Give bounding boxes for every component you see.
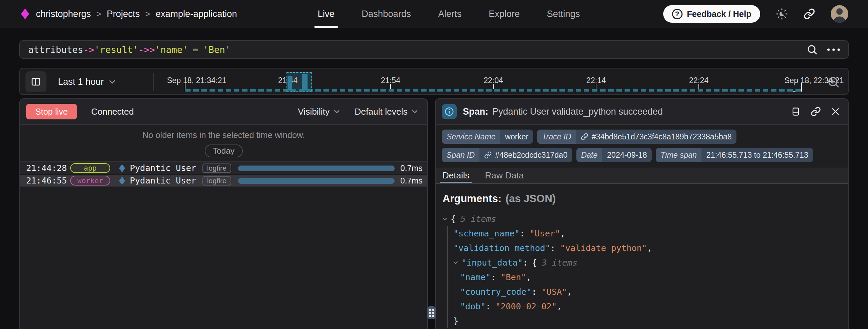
breadcrumb-org[interactable]: christophergs xyxy=(36,9,91,19)
json-key: "schema_name" xyxy=(453,229,520,238)
nav-tab-settings[interactable]: Settings xyxy=(546,0,581,28)
json-comma: , xyxy=(557,302,562,311)
json-value: "Ben" xyxy=(500,272,526,282)
visibility-dropdown[interactable]: Visibility xyxy=(298,107,339,117)
json-key: "input_data" xyxy=(461,258,523,268)
connection-status: Connected xyxy=(91,107,134,117)
info-icon xyxy=(444,107,454,117)
timebar: Last 1 hour Sep 18, 21:34:21 21:44 21:54… xyxy=(19,68,849,95)
feedback-help-button[interactable]: ? Feedback / Help xyxy=(663,5,760,23)
collapse-caret-icon[interactable] xyxy=(442,217,451,220)
open-in-panel-button[interactable] xyxy=(791,107,801,116)
json-level-1: "schema_name":"User", "validation_method… xyxy=(447,226,848,328)
stop-live-button[interactable]: Stop live xyxy=(26,104,77,119)
help-icon: ? xyxy=(672,9,683,19)
feedback-help-label: Feedback / Help xyxy=(687,9,751,19)
breadcrumb-project[interactable]: example-application xyxy=(156,9,237,19)
chip-date: Date 2024-09-18 xyxy=(576,148,652,162)
time-range-select[interactable]: Last 1 hour xyxy=(58,69,115,95)
chip-trace-id: Trace ID #34bd8e51d73c3f4c8a189b72338a5b… xyxy=(537,130,736,144)
breadcrumb-projects[interactable]: Projects xyxy=(107,9,140,19)
close-button[interactable] xyxy=(831,107,840,116)
breadcrumb-separator: > xyxy=(96,9,101,19)
link-icon[interactable] xyxy=(581,133,588,140)
chip-value-text: #48eb2cdcdc317da0 xyxy=(495,151,568,160)
span-detail-panel: Span: Pydantic User validate_python succ… xyxy=(435,98,849,329)
live-panel-header: Stop live Connected Visibility Default l… xyxy=(20,99,427,125)
user-avatar[interactable] xyxy=(831,5,848,23)
panel-icon xyxy=(791,107,801,116)
json-line: "dob":"2000-02-02", xyxy=(460,299,848,314)
chip-label: Trace ID xyxy=(537,130,576,144)
json-line: "input_data":{3 items xyxy=(453,255,848,270)
json-colon: : xyxy=(520,229,525,238)
span-attribute-chips: Service Name worker Trace ID #34bd8e51d7… xyxy=(436,125,848,162)
json-key: "name" xyxy=(460,272,491,282)
close-icon xyxy=(831,107,840,116)
live-panel-controls: Visibility Default levels xyxy=(298,107,418,117)
query-operator: -> xyxy=(83,44,95,55)
zoom-in-button[interactable] xyxy=(827,76,840,89)
copy-link-button[interactable] xyxy=(811,107,821,117)
today-button[interactable]: Today xyxy=(204,144,242,157)
timeline-tick xyxy=(390,84,391,89)
tab-details[interactable]: Details xyxy=(442,168,469,183)
logfire-logo-icon[interactable] xyxy=(21,8,29,19)
chip-value: 21:46:55.713 to 21:46:55.713 xyxy=(702,148,813,162)
query-equals: = xyxy=(193,44,198,55)
more-options-button[interactable] xyxy=(827,49,840,51)
tab-raw-data[interactable]: Raw Data xyxy=(485,168,524,183)
default-levels-dropdown[interactable]: Default levels xyxy=(355,107,418,117)
chevron-down-icon xyxy=(109,80,115,84)
default-levels-label: Default levels xyxy=(355,107,408,117)
json-comma: , xyxy=(526,272,531,282)
json-colon: : xyxy=(523,258,528,268)
json-line: "validation_method":"validate_python", xyxy=(453,241,848,255)
time-range-label: Last 1 hour xyxy=(58,77,104,87)
panel-resize-handle[interactable] xyxy=(427,306,436,319)
sidebar-toggle-button[interactable] xyxy=(25,71,46,92)
log-row-selected[interactable]: 21:46:55 worker Pydantic User logfire 0.… xyxy=(20,175,427,187)
row-span-name: Pydantic User xyxy=(130,163,196,173)
sun-moon-icon xyxy=(776,8,788,20)
nav-tab-dashboards[interactable]: Dashboards xyxy=(361,0,412,28)
nav-tab-live[interactable]: Live xyxy=(317,0,335,28)
json-item-count: 3 items xyxy=(542,258,577,268)
share-link-button[interactable] xyxy=(804,8,815,20)
span-detail-actions xyxy=(791,107,840,117)
theme-toggle-button[interactable] xyxy=(776,8,788,20)
json-key: "validation_method" xyxy=(453,243,550,253)
row-tag-badge: worker xyxy=(70,176,110,186)
span-title: Pydantic User validate_python succeeded xyxy=(492,107,663,117)
row-scope-badge: logfire xyxy=(202,163,231,173)
chevron-down-icon xyxy=(334,110,340,113)
query-bar[interactable]: attributes->'result'->>'name'='Ben' xyxy=(19,40,849,59)
histogram-bar xyxy=(302,74,308,91)
query-string: 'result' xyxy=(94,44,138,55)
chip-span-id: Span ID #48eb2cdcdc317da0 xyxy=(442,148,572,162)
span-diamond-icon xyxy=(119,164,125,172)
timeline-tick-label: Sep 18, 21:34:21 xyxy=(167,76,226,85)
log-row[interactable]: 21:44:28 app Pydantic User logfire 0.7ms xyxy=(20,162,427,175)
nav-tab-alerts[interactable]: Alerts xyxy=(437,0,462,28)
info-badge xyxy=(442,104,457,119)
empty-state: No older items in the selected time wind… xyxy=(20,125,427,162)
row-duration: 0.7ms xyxy=(400,176,422,186)
search-icon xyxy=(806,44,818,55)
link-icon[interactable] xyxy=(484,151,492,159)
json-colon: : xyxy=(486,302,491,311)
timeline-selection[interactable] xyxy=(287,72,312,92)
span-kind-label: Span: xyxy=(463,107,488,117)
chevron-down-icon xyxy=(412,110,418,113)
chip-value: #34bd8e51d73c3f4c8a189b72338a5ba8 xyxy=(576,130,736,144)
columns-icon xyxy=(31,77,41,87)
json-viewer: {5 items "schema_name":"User", "validati… xyxy=(442,212,848,328)
json-item-count: 5 items xyxy=(460,214,496,224)
chip-label: Service Name xyxy=(442,130,500,144)
search-button[interactable] xyxy=(806,44,818,55)
nav-tab-explore[interactable]: Explore xyxy=(488,0,520,28)
chip-value-text: #34bd8e51d73c3f4c8a189b72338a5ba8 xyxy=(592,132,732,141)
query-input[interactable]: attributes->'result'->>'name'='Ben' xyxy=(28,44,231,55)
collapse-caret-icon[interactable] xyxy=(453,261,461,264)
json-comma: , xyxy=(560,229,565,238)
